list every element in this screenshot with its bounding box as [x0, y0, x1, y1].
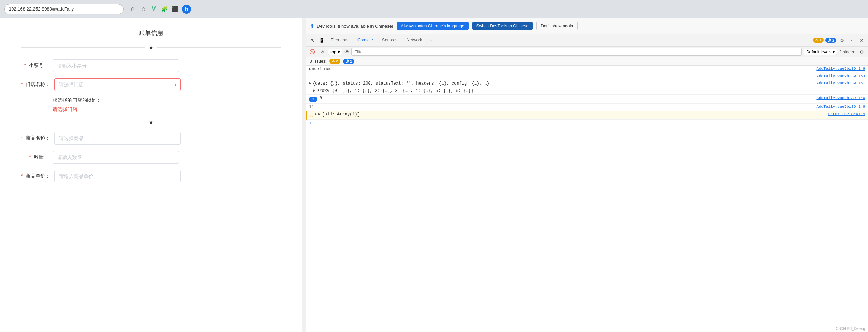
devtools-notification: ℹ DevTools is now available in Chinese! …	[306, 18, 868, 34]
panel-scrollbar[interactable]	[302, 18, 306, 332]
console-entry-link-only: AddTally.vue?b139:153	[306, 73, 868, 80]
match-language-button[interactable]: Always match Chrome's language	[397, 22, 469, 30]
quantity-row: * 数量：	[21, 151, 281, 164]
url-bar[interactable]: 192.168.22.252:8080/#/addTally	[4, 4, 124, 14]
url-text: 192.168.22.252:8080/#/addTally	[9, 6, 74, 12]
tab-console[interactable]: Console	[353, 35, 377, 45]
console-link-1[interactable]: AddTally.vue?b139:153	[809, 74, 865, 78]
store-id-label: 您选择的门店的Id是：	[53, 97, 281, 104]
console-content: undefined AddTally.vue?b139:146 AddTally…	[306, 66, 868, 332]
divider-top: ★	[21, 44, 281, 51]
menu-dots-icon[interactable]: ⋮	[195, 6, 202, 13]
store-name-row: * 门店名称： 请选择门店 ▼	[21, 78, 281, 91]
split-icon[interactable]: ⬛	[171, 6, 178, 13]
share-icon[interactable]: ⎙	[129, 6, 136, 13]
divider-star-2: ★	[149, 119, 153, 126]
quantity-input[interactable]	[53, 151, 179, 164]
ticket-number-input[interactable]	[53, 59, 179, 72]
settings-icon[interactable]: ⚙	[838, 36, 846, 45]
tab-sources[interactable]: Sources	[378, 35, 402, 45]
store-id-value: 请选择门店	[53, 106, 281, 113]
tab-network[interactable]: Network	[402, 35, 426, 45]
expand-icon-warning-2[interactable]: ▶	[318, 112, 321, 116]
main-layout: 账单信息 ★ * 小票号： * 门店名称：	[0, 18, 868, 332]
console-entry-8: 2 8 AddTally.vue?b139:146	[306, 95, 868, 104]
info-icon: ℹ	[311, 23, 313, 29]
console-filter-input[interactable]	[351, 48, 802, 56]
devtools-panel: ℹ DevTools is now available in Chinese! …	[306, 18, 868, 332]
default-levels-label: Default levels	[806, 49, 831, 54]
console-link-4[interactable]: AddTally.vue?b139:146	[809, 96, 865, 100]
context-selector[interactable]: top ▾	[328, 49, 342, 55]
ticket-number-label: * 小票号：	[21, 62, 53, 69]
console-settings-icon[interactable]: ⚙	[857, 48, 866, 56]
error-badge: 🛈 2	[825, 38, 836, 43]
store-info-section: 您选择的门店的Id是： 请选择门店	[53, 97, 281, 113]
issues-bar: 3 Issues: ⚠ 2 🛈 1	[306, 57, 868, 66]
eye-icon[interactable]: 👁	[344, 49, 349, 55]
console-text-8: 8	[320, 96, 809, 101]
required-mark-3: *	[21, 135, 23, 141]
chevron-down-icon-console: ▾	[338, 49, 340, 54]
unit-price-row: * 商品单价：	[21, 170, 281, 182]
console-entry-arrow[interactable]: ›	[306, 120, 868, 127]
required-mark-4: *	[29, 154, 31, 160]
console-text-warning: {sid: Array(1)}	[322, 112, 821, 117]
required-mark-2: *	[21, 81, 23, 87]
extensions-icon[interactable]: 🧩	[161, 6, 168, 13]
default-levels-selector[interactable]: Default levels ▾	[804, 49, 837, 55]
tab-elements[interactable]: Elements	[327, 35, 353, 45]
console-text-11: 11	[309, 105, 809, 109]
divider-line-right-2	[157, 122, 281, 122]
vuejs-icon[interactable]: V	[150, 6, 157, 13]
console-link-6[interactable]: error.ts?1846:14	[821, 112, 865, 116]
browser-bar: 192.168.22.252:8080/#/addTally ⎙ ☆ V 🧩 ⬛…	[0, 0, 868, 18]
console-link-2[interactable]: AddTally.vue?b139:161	[809, 81, 865, 85]
console-entry-undefined: undefined AddTally.vue?b139:146	[306, 66, 868, 73]
product-name-input[interactable]	[54, 132, 181, 145]
console-num-badge-2: 2	[309, 97, 317, 102]
divider-line-right	[157, 47, 281, 48]
watermark: CSDN ©H_Defeng	[836, 327, 865, 331]
console-link-0[interactable]: AddTally.vue?b139:146	[809, 67, 865, 71]
required-mark-5: *	[21, 173, 23, 179]
inspect-element-icon[interactable]: ↖	[308, 36, 317, 45]
required-mark: *	[24, 62, 26, 68]
issues-info-badge: 🛈 1	[343, 59, 354, 64]
unit-price-label: * 商品单价：	[21, 173, 54, 179]
switch-devtools-button[interactable]: Switch DevTools to Chinese	[472, 22, 533, 30]
expand-icon-data[interactable]: ▶	[309, 81, 311, 85]
store-select[interactable]: 请选择门店	[54, 78, 181, 91]
divider-line-left	[21, 47, 145, 48]
console-text-proxy: Proxy {0: {…}, 1: {…}, 2: {…}, 3: {…}, 4…	[317, 88, 865, 93]
issues-warning-badge: ⚠ 2	[329, 59, 340, 64]
more-options-icon[interactable]: ⋮	[848, 36, 856, 45]
clear-console-icon[interactable]: 🚫	[308, 48, 316, 56]
hidden-count-label: 2 hidden	[839, 49, 855, 54]
form-container: 账单信息 ★ * 小票号： * 门店名称：	[0, 18, 302, 199]
dont-show-again-button[interactable]: Don't show again	[536, 22, 578, 30]
more-tabs-button[interactable]: »	[427, 36, 434, 44]
console-entry-warning: ⚠ ▶ ▶ {sid: Array(1)} error.ts?1846:14	[306, 111, 868, 120]
console-link-5[interactable]: AddTally.vue?b139:146	[809, 105, 865, 109]
bookmark-icon[interactable]: ☆	[140, 6, 147, 13]
store-name-label: * 门店名称：	[21, 81, 54, 88]
chevron-down-icon-levels: ▾	[833, 49, 835, 54]
console-entry-11: 11 AddTally.vue?b139:146	[306, 104, 868, 111]
avatar[interactable]: h	[182, 5, 191, 14]
warning-icon: ⚠	[310, 113, 313, 118]
expand-icon-warning[interactable]: ▶	[315, 112, 317, 116]
close-devtools-icon[interactable]: ✕	[857, 36, 866, 45]
store-select-wrapper: 请选择门店 ▼	[54, 78, 181, 91]
devtools-tabs-bar: ↖ 📱 Elements Console Sources Network » ⚠…	[306, 34, 868, 47]
filter-icon[interactable]: ⊘	[318, 48, 326, 56]
expand-icon-proxy[interactable]: ▶	[313, 88, 315, 93]
divider-star: ★	[149, 44, 153, 51]
context-label: top	[330, 49, 336, 54]
unit-price-input[interactable]	[54, 170, 181, 182]
device-toolbar-icon[interactable]: 📱	[317, 36, 326, 45]
ticket-number-row: * 小票号：	[21, 59, 281, 72]
browser-icons: ⎙ ☆ V 🧩 ⬛ h ⋮	[129, 5, 202, 14]
form-title: 账单信息	[21, 29, 281, 37]
console-entry-proxy: ▶ Proxy {0: {…}, 1: {…}, 2: {…}, 3: {…},…	[306, 87, 868, 95]
